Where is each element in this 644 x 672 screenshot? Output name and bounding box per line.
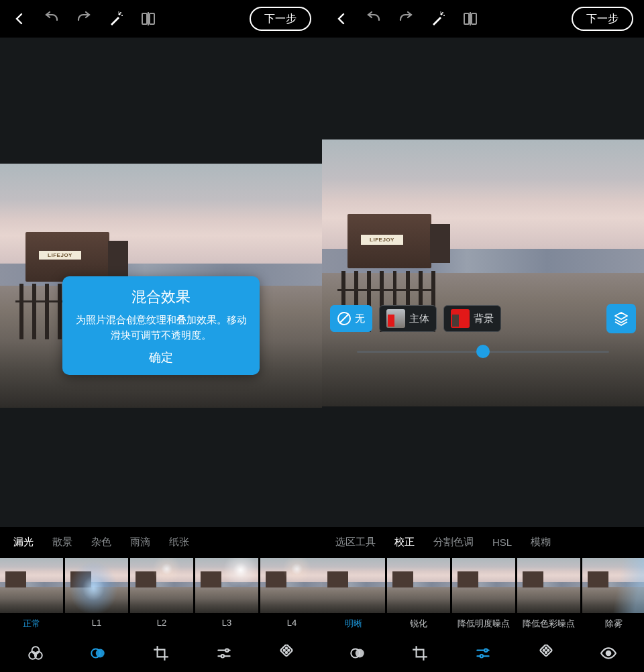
- preset-thumb: [65, 558, 128, 613]
- preset-2[interactable]: L2: [130, 558, 193, 634]
- slider-knob[interactable]: [476, 345, 490, 358]
- svg-point-2: [118, 11, 119, 13]
- magic-wand-button[interactable]: [101, 3, 131, 34]
- nav-heal[interactable]: [530, 637, 562, 669]
- compare-button[interactable]: [455, 3, 486, 34]
- tooltip-body: 为照片混合创意纹理和叠加效果。移动滑块可调节不透明度。: [74, 313, 248, 343]
- svg-point-17: [442, 12, 443, 13]
- svg-point-31: [606, 651, 611, 656]
- preset-3[interactable]: L3: [195, 558, 258, 634]
- svg-point-13: [284, 650, 285, 651]
- nav-heal[interactable]: [270, 637, 303, 669]
- svg-point-19: [440, 11, 441, 13]
- mask-background[interactable]: 背景: [443, 305, 501, 332]
- preset-0[interactable]: 正常: [0, 558, 63, 634]
- intensity-slider-row: [322, 341, 644, 362]
- tab-0[interactable]: 漏光: [4, 536, 43, 549]
- svg-point-29: [545, 647, 546, 649]
- nav-looks[interactable]: [19, 637, 52, 669]
- bottom-nav-left: [0, 634, 322, 672]
- mask-background-label: 背景: [474, 313, 494, 325]
- tab-3[interactable]: 雨滴: [121, 536, 160, 549]
- preset-2[interactable]: 降低明度噪点: [452, 558, 515, 634]
- preset-label: 降低色彩噪点: [523, 618, 575, 630]
- redo-button[interactable]: [68, 3, 99, 34]
- preset-thumb: [322, 558, 385, 613]
- tab-1[interactable]: 校正: [385, 536, 424, 549]
- preset-label: 锐化: [410, 618, 427, 630]
- preset-thumb: [517, 558, 580, 613]
- preset-label: 明晰: [345, 618, 362, 630]
- svg-point-9: [96, 649, 105, 658]
- nav-crop[interactable]: [145, 637, 177, 669]
- intensity-slider[interactable]: [357, 351, 609, 353]
- undo-button[interactable]: [358, 3, 389, 34]
- svg-point-14: [288, 650, 289, 651]
- nav-eye[interactable]: [592, 637, 625, 669]
- preset-thumb: [387, 558, 450, 613]
- preset-strip-right: 明晰锐化降低明度噪点降低色彩噪点除雾: [322, 557, 644, 634]
- svg-rect-4: [150, 13, 154, 24]
- nav-adjust[interactable]: [208, 637, 240, 669]
- preset-label: 正常: [23, 618, 40, 630]
- canvas[interactable]: LIFEJOY 无 主体 背景: [322, 38, 644, 527]
- preset-1[interactable]: 锐化: [387, 558, 450, 634]
- svg-point-11: [221, 655, 223, 657]
- tab-2[interactable]: 杂色: [82, 536, 121, 549]
- mask-selector: 无 主体 背景: [322, 303, 644, 334]
- preset-label: L3: [222, 618, 231, 628]
- preset-3[interactable]: 降低色彩噪点: [517, 558, 580, 634]
- category-tabs-left: 漏光散景杂色雨滴纸张: [0, 527, 322, 557]
- back-button[interactable]: [326, 3, 357, 34]
- nav-overlay[interactable]: [341, 637, 374, 669]
- tooltip-confirm[interactable]: 确定: [74, 349, 248, 366]
- preset-4[interactable]: L4: [260, 558, 322, 634]
- tab-2[interactable]: 分割色调: [424, 536, 483, 549]
- tab-1[interactable]: 散景: [43, 536, 82, 549]
- preset-0[interactable]: 明晰: [322, 558, 385, 634]
- next-button[interactable]: 下一步: [572, 7, 633, 31]
- preset-thumb: [260, 558, 322, 613]
- compare-button[interactable]: [133, 3, 164, 34]
- mask-subject-thumb: [386, 309, 405, 328]
- back-button[interactable]: [4, 3, 35, 34]
- nav-overlay[interactable]: [82, 637, 114, 669]
- preset-label: 除雾: [605, 618, 623, 630]
- layers-button[interactable]: [606, 304, 636, 333]
- tab-0[interactable]: 选区工具: [326, 536, 385, 549]
- preset-strip-left: 正常L1L2L3L4: [0, 557, 322, 634]
- svg-rect-12: [280, 645, 292, 657]
- tab-3[interactable]: HSL: [483, 537, 521, 548]
- mask-subject[interactable]: 主体: [379, 305, 437, 332]
- undo-button[interactable]: [36, 3, 67, 34]
- preset-thumb: [195, 558, 258, 613]
- mask-none[interactable]: 无: [330, 305, 372, 332]
- editor-left: 下一步 LIFEJOY 混合效果 为照片混合创意纹理和叠加效果。移动滑块可调节不…: [0, 0, 322, 672]
- mask-none-label: 无: [355, 313, 365, 325]
- nav-crop[interactable]: [404, 637, 436, 669]
- svg-point-28: [547, 650, 549, 651]
- canvas[interactable]: LIFEJOY 混合效果 为照片混合创意纹理和叠加效果。移动滑块可调节不透明度。…: [0, 38, 322, 527]
- svg-rect-26: [539, 645, 551, 657]
- nav-adjust[interactable]: [467, 637, 499, 669]
- preset-4[interactable]: 除雾: [582, 558, 644, 634]
- preset-thumb: [0, 558, 63, 613]
- tab-4[interactable]: 纸张: [160, 536, 199, 549]
- svg-point-24: [484, 649, 487, 652]
- redo-button[interactable]: [390, 3, 421, 34]
- next-button[interactable]: 下一步: [250, 7, 311, 31]
- magic-wand-button[interactable]: [423, 3, 453, 34]
- svg-point-30: [545, 652, 546, 653]
- preset-1[interactable]: L1: [65, 558, 128, 634]
- mask-subject-label: 主体: [409, 313, 429, 325]
- preset-thumb: [452, 558, 515, 613]
- tooltip-title: 混合效果: [74, 287, 248, 307]
- tab-4[interactable]: 模糊: [521, 536, 560, 549]
- bottom-nav-right: [322, 634, 644, 672]
- svg-point-0: [120, 12, 121, 13]
- brand-sign: LIFEJOY: [361, 235, 402, 244]
- preset-thumb: [130, 558, 193, 613]
- svg-point-18: [443, 15, 445, 16]
- mask-background-thumb: [451, 309, 470, 328]
- svg-rect-21: [472, 13, 476, 24]
